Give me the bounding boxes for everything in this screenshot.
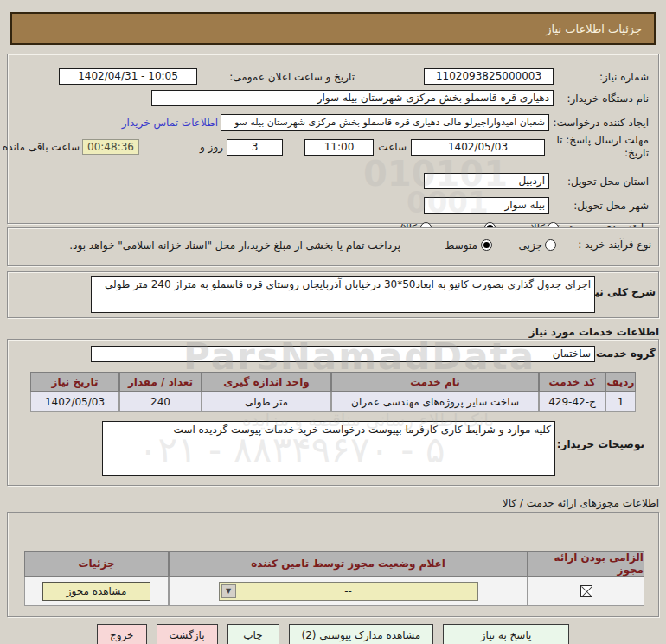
- cell-license-details: مشاهده مجوز: [24, 577, 169, 606]
- col-row-number: ردیف: [605, 372, 636, 392]
- deadline-hour-field[interactable]: 11:00: [304, 139, 374, 156]
- col-quantity: تعداد / مقدار: [119, 372, 202, 392]
- dropdown-arrow-icon[interactable]: ▼: [221, 584, 236, 598]
- cell-need-date: 1402/05/03: [30, 392, 119, 412]
- view-attached-documents-button[interactable]: مشاهده مدارک پیوستی (2): [289, 624, 434, 644]
- city-field[interactable]: بیله سوار: [424, 197, 549, 214]
- need-number-field[interactable]: 1102093825000003: [424, 68, 554, 85]
- deadline-date-field[interactable]: 1402/05/03: [411, 139, 545, 156]
- license-status-dropdown[interactable]: -- ▼: [219, 582, 478, 601]
- back-button[interactable]: بازگشت: [157, 624, 218, 644]
- col-license-status: اعلام وضعیت مجوز توسط تامین کننده: [169, 551, 528, 577]
- province-label: استان محل تحویل:: [558, 175, 649, 188]
- process-radio-medium[interactable]: [481, 239, 492, 251]
- buyer-notes-textarea[interactable]: کلیه موارد و شرایط کاری کارفرما بپیوست د…: [102, 421, 555, 476]
- cell-service-code: ج-42-429: [539, 392, 605, 412]
- process-option-partial: جزیی: [514, 239, 542, 252]
- licenses-table: الزامی بودن ارائه مجوز اعلام وضعیت مجوز …: [24, 551, 644, 606]
- col-license-details: جزئیات: [24, 551, 169, 577]
- deadline-days-label: روز و: [192, 141, 223, 153]
- page-title-bar: جزئیات اطلاعات نیاز: [10, 12, 656, 45]
- col-need-date: تاریخ نیاز: [30, 372, 119, 392]
- general-desc-label: شرح کلی نیاز:: [585, 286, 656, 298]
- license-row: -- ▼ مشاهده مجوز: [24, 577, 644, 606]
- buyer-org-field[interactable]: دهیاری قره قاسملو بخش مرکزی شهرستان بیله…: [151, 90, 554, 106]
- deadline-days-field[interactable]: 3: [227, 139, 283, 156]
- need-number-label: شماره نیاز:: [554, 71, 649, 83]
- table-row[interactable]: 1 ج-42-429 ساخت سایر پروژه‌های مهندسی عم…: [30, 392, 636, 412]
- announce-datetime-field[interactable]: 1402/04/31 - 10:05: [59, 68, 197, 85]
- licenses-table-header-row: الزامی بودن ارائه مجوز اعلام وضعیت مجوز …: [24, 551, 644, 577]
- col-service-name: نام خدمت: [331, 372, 539, 392]
- buyer-org-label: نام دستگاه خریدار:: [552, 92, 649, 105]
- exit-button[interactable]: خروج: [97, 624, 147, 644]
- announce-datetime-label: تاریخ و ساعت اعلان عمومی:: [208, 71, 355, 83]
- process-type-label: نوع فرآیند خرید :: [558, 239, 651, 251]
- print-button[interactable]: چاپ: [227, 624, 279, 644]
- request-creator-label: ایجاد کننده درخواست:: [543, 117, 649, 129]
- page-title: جزئیات اطلاعات نیاز: [546, 22, 642, 35]
- deadline-hour-label: ساعت: [377, 141, 407, 153]
- deadline-countdown-label: ساعت باقی مانده: [5, 141, 80, 153]
- service-group-label: گروه خدمت:: [590, 348, 656, 360]
- services-table: ردیف کد خدمت نام خدمت واحد اندازه گیری ت…: [30, 372, 636, 412]
- cell-license-status: -- ▼: [169, 577, 528, 606]
- cell-unit: متر طولی: [202, 392, 331, 412]
- buyer-contact-link[interactable]: اطلاعات تماس خریدار: [121, 117, 218, 129]
- license-required-checkbox[interactable]: [580, 585, 592, 597]
- service-group-field[interactable]: ساختمان: [91, 346, 595, 362]
- cell-row-number: 1: [605, 392, 636, 412]
- city-label: شهر محل تحویل:: [560, 200, 649, 212]
- deadline-label: مهلت ارسال پاسخ: تا تاریخ:: [552, 134, 649, 160]
- respond-to-need-button[interactable]: پاسخ به نیاز: [443, 624, 569, 644]
- buyer-notes-label: توضیحات خریدار:: [558, 438, 644, 450]
- license-status-value: --: [344, 585, 352, 597]
- process-option-medium: متوسط: [436, 239, 477, 252]
- process-radio-partial[interactable]: [545, 239, 556, 251]
- footer-button-bar: پاسخ به نیاز مشاهده مدارک پیوستی (2) چاپ…: [0, 624, 666, 644]
- deadline-countdown: 00:48:36: [82, 139, 139, 155]
- cell-service-name: ساخت سایر پروژه‌های مهندسی عمران: [331, 392, 539, 412]
- general-desc-textarea[interactable]: اجرای جدول گذاری بصورت کانیو به ابعاد50*…: [91, 276, 595, 313]
- services-table-header-row: ردیف کد خدمت نام خدمت واحد اندازه گیری ت…: [30, 372, 636, 392]
- treasury-checkbox-label: پرداخت تمام یا بخشی از مبلغ خرید،از محل …: [50, 239, 400, 252]
- col-service-code: کد خدمت: [539, 372, 605, 392]
- cell-quantity: 240: [119, 392, 202, 412]
- col-license-required: الزامی بودن ارائه مجوز: [528, 551, 644, 577]
- col-unit: واحد اندازه گیری: [202, 372, 331, 392]
- request-creator-field[interactable]: شعبان امیدواراجیرلو مالی دهیاری قره قاسم…: [221, 114, 549, 131]
- province-field[interactable]: اردبیل: [424, 173, 549, 189]
- licenses-section-title: اطلاعات مجوزهای ارائه خدمت / کالا: [490, 497, 659, 509]
- cell-license-required: [528, 577, 644, 606]
- view-license-button[interactable]: مشاهده مجوز: [42, 582, 150, 601]
- services-section-title: اطلاعات خدمات مورد نیاز: [524, 326, 659, 338]
